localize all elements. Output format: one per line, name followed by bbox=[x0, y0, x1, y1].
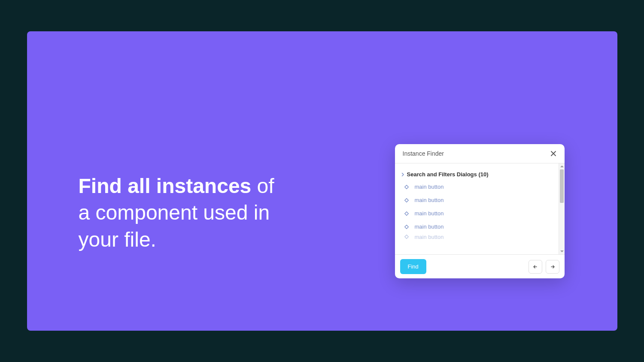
prev-button[interactable] bbox=[529, 260, 542, 274]
nav-buttons bbox=[529, 260, 559, 274]
instance-icon bbox=[404, 211, 410, 217]
chevron-right-icon bbox=[400, 172, 405, 177]
find-button[interactable]: Find bbox=[400, 259, 426, 274]
svg-rect-0 bbox=[404, 185, 408, 188]
item-label: main button bbox=[415, 223, 444, 230]
dialog-header: Instance Finder bbox=[395, 144, 565, 163]
svg-rect-1 bbox=[404, 198, 408, 202]
instance-icon bbox=[404, 234, 410, 240]
hero-bold: Find all instances bbox=[79, 175, 252, 197]
dialog-title: Instance Finder bbox=[403, 150, 444, 157]
close-icon[interactable] bbox=[550, 150, 557, 157]
svg-rect-2 bbox=[404, 211, 408, 215]
promo-stage: Find all instances of a component used i… bbox=[27, 31, 617, 331]
item-label: main button bbox=[415, 197, 444, 203]
list-item[interactable]: main button bbox=[398, 220, 561, 233]
hero-line-2: a component used in bbox=[79, 199, 274, 226]
scroll-up-icon[interactable] bbox=[559, 163, 565, 169]
next-button[interactable] bbox=[546, 260, 559, 274]
arrow-right-icon bbox=[550, 264, 556, 270]
list-item[interactable]: main button bbox=[398, 233, 561, 240]
list-item[interactable]: main button bbox=[398, 180, 561, 193]
hero-line-1: Find all instances of bbox=[79, 173, 274, 199]
svg-rect-3 bbox=[404, 225, 408, 228]
list-item[interactable]: main button bbox=[398, 193, 561, 207]
instance-finder-dialog: Instance Finder Search and Filters Dialo… bbox=[395, 144, 565, 278]
item-label: main button bbox=[415, 210, 444, 217]
hero-text: Find all instances of a component used i… bbox=[79, 173, 274, 253]
dialog-footer: Find bbox=[395, 254, 565, 278]
results-list: Search and Filters Dialogs (10) main but… bbox=[395, 163, 565, 240]
group-label: Search and Filters Dialogs (10) bbox=[407, 171, 489, 178]
hero-rest-1: of bbox=[251, 175, 274, 197]
result-group[interactable]: Search and Filters Dialogs (10) bbox=[398, 169, 561, 180]
dialog-body: Search and Filters Dialogs (10) main but… bbox=[395, 163, 565, 254]
scrollbar-thumb[interactable] bbox=[560, 169, 564, 203]
arrow-left-icon bbox=[532, 264, 538, 270]
scroll-down-icon[interactable] bbox=[559, 248, 565, 254]
instance-icon bbox=[404, 197, 410, 203]
svg-rect-4 bbox=[404, 235, 408, 238]
instance-icon bbox=[404, 224, 410, 230]
item-label: main button bbox=[415, 234, 444, 240]
hero-line-3: your file. bbox=[79, 226, 274, 253]
instance-icon bbox=[404, 184, 410, 190]
list-item[interactable]: main button bbox=[398, 207, 561, 220]
item-label: main button bbox=[415, 184, 444, 190]
scrollbar[interactable] bbox=[559, 163, 565, 254]
